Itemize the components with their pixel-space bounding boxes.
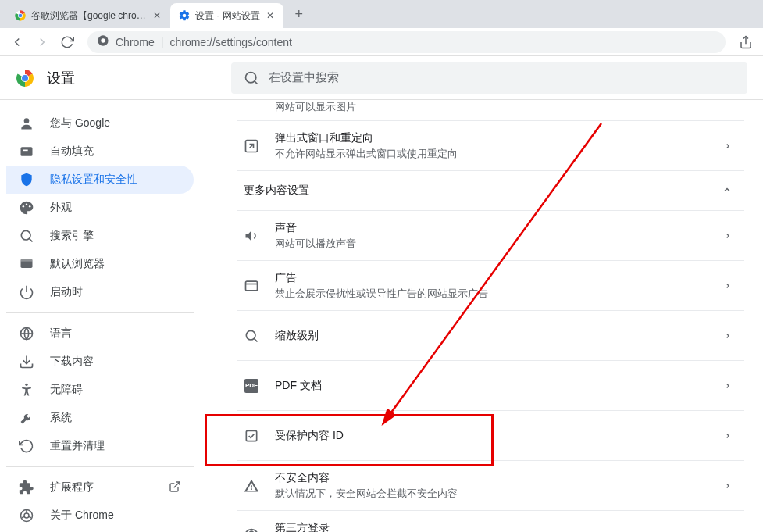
divider [6,312,194,313]
chevron-right-icon [724,279,732,293]
globe-icon [19,326,34,341]
svg-point-18 [21,230,30,240]
setting-row-ads[interactable]: 广告 禁止会展示侵扰性或误导性广告的网站显示广告 [237,260,744,310]
browser-icon [19,256,34,272]
svg-point-9 [22,75,28,81]
sidebar-item-default-browser[interactable]: 默认浏览器 [6,250,194,278]
accessibility-icon [19,382,34,398]
power-icon [19,284,34,300]
external-link-icon [169,480,181,495]
sidebar: 您与 Google 自动填充 隐私设置和安全性 外观 搜索引擎 默认浏览器 启动… [0,100,200,532]
svg-rect-21 [21,259,33,261]
sidebar-item-languages[interactable]: 语言 [6,320,194,348]
chrome-logo-icon [16,69,34,87]
setting-row-zoom[interactable]: 缩放级别 [237,310,744,360]
close-icon[interactable]: ✕ [265,10,276,21]
browser-tab-1[interactable]: 谷歌浏览器【google chrome】 ✕ [6,3,170,28]
wrench-icon [19,410,34,426]
setting-row-insecure-content[interactable]: 不安全内容 默认情况下，安全网站会拦截不安全内容 [237,460,744,510]
page-title: 设置 [47,69,219,87]
gear-icon [178,9,191,22]
setting-row-popups[interactable]: 弹出式窗口和重定向 不允许网站显示弹出式窗口或使用重定向 [237,120,744,170]
svg-rect-38 [246,430,256,441]
sidebar-label: 您与 Google [50,116,110,130]
identity-icon [244,528,259,533]
sidebar-label: 启动时 [50,285,83,299]
sidebar-item-search-engine[interactable]: 搜索引擎 [6,222,194,250]
chevron-right-icon [724,329,732,343]
sidebar-label: 重置并清理 [50,439,105,453]
sidebar-item-extensions[interactable]: 扩展程序 [6,473,194,502]
svg-line-32 [22,516,25,518]
settings-content: 网站可以显示图片 弹出式窗口和重定向 不允许网站显示弹出式窗口或使用重定向 更多… [200,100,763,532]
svg-point-26 [25,384,27,386]
sidebar-label: 自动填充 [50,145,94,159]
search-icon [244,70,259,86]
chrome-icon [19,508,34,523]
chevron-right-icon [724,139,732,153]
sidebar-label: 关于 Chrome [50,509,114,523]
download-icon [19,354,34,370]
settings-header: 设置 在设置中搜索 [0,56,763,100]
search-settings-input[interactable]: 在设置中搜索 [231,62,747,94]
new-tab-button[interactable]: + [288,3,310,25]
tab-title: 设置 - 网站设置 [195,9,260,23]
sidebar-item-autofill[interactable]: 自动填充 [6,137,194,166]
sidebar-item-you-and-google[interactable]: 您与 Google [6,109,194,137]
chevron-right-icon [724,229,732,243]
palette-icon [19,200,34,216]
svg-point-16 [26,204,28,206]
svg-line-37 [254,338,257,341]
sidebar-label: 系统 [50,411,72,425]
setting-row-third-party-signin[interactable]: 第三方登录 网站可以显示来自身份服务的登录提示 [237,510,744,532]
setting-row-pdf[interactable]: PDF PDF 文档 [237,360,744,410]
row-sub: 不允许网站显示弹出式窗口或使用重定向 [275,147,708,161]
sidebar-label: 默认浏览器 [50,257,105,271]
section-title: 更多内容设置 [244,184,309,198]
browser-tab-bar: 谷歌浏览器【google chrome】 ✕ 设置 - 网站设置 ✕ + [0,0,763,28]
section-header-more-content[interactable]: 更多内容设置 [237,170,744,210]
url-path: chrome://settings/content [169,36,291,48]
content-card: 网站可以显示图片 弹出式窗口和重定向 不允许网站显示弹出式窗口或使用重定向 更多… [237,100,744,532]
person-icon [19,116,34,131]
svg-rect-13 [21,147,33,156]
row-title: 弹出式窗口和重定向 [275,131,708,145]
divider [6,466,194,467]
sidebar-label: 隐私设置和安全性 [50,173,137,187]
setting-row-sound[interactable]: 声音 网站可以播放声音 [237,210,744,260]
url-input[interactable]: Chrome | chrome://settings/content [87,31,726,53]
sidebar-label: 语言 [50,327,72,341]
chevron-right-icon [724,529,732,533]
browser-tab-2[interactable]: 设置 - 网站设置 ✕ [170,3,283,28]
protected-icon [244,428,259,444]
sidebar-label: 外观 [50,201,72,215]
sidebar-item-system[interactable]: 系统 [6,404,194,432]
svg-line-19 [29,238,32,241]
close-icon[interactable]: ✕ [152,10,162,21]
svg-point-3 [19,14,23,18]
reload-button[interactable] [56,31,78,53]
row-title: 缩放级别 [275,329,708,343]
sidebar-item-reset[interactable]: 重置并清理 [6,432,194,460]
chevron-right-icon [724,479,732,493]
puzzle-icon [19,480,34,495]
sidebar-item-accessibility[interactable]: 无障碍 [6,376,194,404]
row-title: 广告 [275,271,708,285]
main-layout: 您与 Google 自动填充 隐私设置和安全性 外观 搜索引擎 默认浏览器 启动… [0,100,763,532]
tab-title: 谷歌浏览器【google chrome】 [31,9,147,23]
search-icon [19,228,34,244]
sidebar-item-downloads[interactable]: 下载内容 [6,348,194,376]
url-prefix: Chrome [116,36,155,48]
forward-button[interactable] [31,31,53,53]
svg-line-11 [255,80,258,84]
share-button[interactable] [735,31,757,53]
sidebar-item-on-startup[interactable]: 启动时 [6,278,194,306]
back-button[interactable] [6,31,28,53]
partial-row-images-sub: 网站可以显示图片 [237,100,744,120]
svg-line-31 [28,516,31,518]
sidebar-item-about-chrome[interactable]: 关于 Chrome [6,502,194,530]
sidebar-item-privacy-security[interactable]: 隐私设置和安全性 [6,166,194,194]
setting-row-protected-content[interactable]: 受保护内容 ID [237,410,744,460]
svg-rect-34 [246,281,258,291]
sidebar-item-appearance[interactable]: 外观 [6,194,194,222]
